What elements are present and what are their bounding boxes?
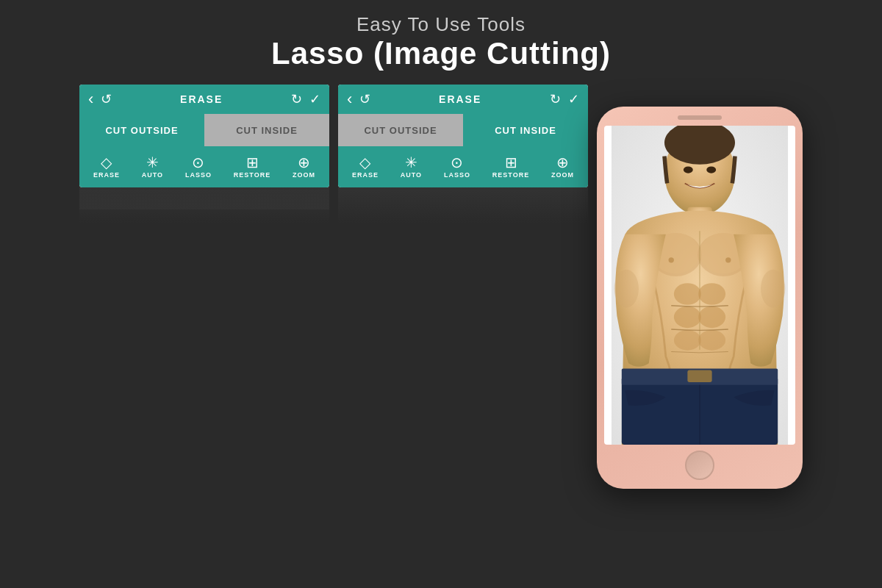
panel1-lasso-tool[interactable]: ⊙ LASSO [185, 155, 212, 179]
panel2-cut-inside-btn[interactable]: CUT INSIDE [463, 114, 588, 146]
svg-point-34 [698, 330, 725, 351]
panel2-topbar-left: ‹ ↺ [347, 90, 370, 109]
panel1: ‹ ↺ ERASE ↻ ✓ [79, 85, 329, 187]
erase-icon: ◇ [101, 155, 112, 170]
panel2-reflection [338, 187, 588, 224]
svg-point-32 [698, 306, 725, 329]
panel1-zoom-tool[interactable]: ⊕ ZOOM [293, 155, 315, 179]
panel1-check-icon[interactable]: ✓ [309, 91, 320, 107]
panel1-cut-buttons: CUT OUTSIDE CUT INSIDE [79, 114, 329, 146]
auto-icon: ✳ [146, 155, 159, 170]
phone-home-button[interactable] [685, 451, 714, 480]
header-title: Lasso (Image Cutting) [0, 36, 882, 71]
svg-point-33 [674, 330, 701, 351]
panel2-undo-icon[interactable]: ↺ [359, 91, 370, 107]
panel1-erase-tool[interactable]: ◇ ERASE [93, 155, 120, 179]
main-content: ‹ ↺ ERASE ↻ ✓ [0, 85, 882, 489]
phone-mockup-wrapper [597, 85, 803, 489]
panel2-erase-tool[interactable]: ◇ ERASE [352, 155, 379, 179]
header-subtitle: Easy To Use Tools [0, 13, 882, 36]
panel2-restore-icon: ⊞ [505, 155, 517, 170]
panels-wrapper: ‹ ↺ ERASE ↻ ✓ [79, 85, 588, 224]
panel2-topbar-right: ↻ ✓ [550, 91, 579, 107]
panel1-reflection-inner [79, 187, 329, 209]
panel1-redo-icon[interactable]: ↻ [291, 91, 302, 107]
panel2-auto-tool[interactable]: ✳ AUTO [401, 155, 422, 179]
svg-point-31 [674, 306, 701, 329]
panel1-reflection [79, 187, 329, 224]
restore-icon: ⊞ [246, 155, 259, 170]
panel1-column: ‹ ↺ ERASE ↻ ✓ [79, 85, 329, 224]
phone-mockup [597, 107, 803, 489]
panel2-zoom-icon: ⊕ [556, 155, 569, 170]
svg-point-26 [669, 257, 674, 262]
panel1-undo-icon[interactable]: ↺ [101, 91, 112, 107]
svg-point-40 [761, 270, 785, 308]
panel1-cut-outside-btn[interactable]: CUT OUTSIDE [79, 114, 204, 146]
panel2-restore-tool[interactable]: ⊞ RESTORE [492, 155, 529, 179]
panel2-toolbar: ◇ ERASE ✳ AUTO ⊙ LASSO ⊞ RESTORE [338, 146, 588, 187]
svg-rect-37 [687, 370, 711, 382]
panel1-topbar-label: ERASE [180, 93, 223, 105]
panel2-lasso-tool[interactable]: ⊙ LASSO [444, 155, 470, 179]
panel2-cut-outside-btn[interactable]: CUT OUTSIDE [338, 114, 463, 146]
panel2-auto-icon: ✳ [405, 155, 417, 170]
panel1-topbar-left: ‹ ↺ [88, 90, 112, 109]
man-torso-image [604, 126, 795, 445]
header: Easy To Use Tools Lasso (Image Cutting) [0, 0, 882, 79]
panel1-topbar: ‹ ↺ ERASE ↻ ✓ [79, 85, 329, 114]
panel2-lasso-icon: ⊙ [451, 155, 463, 170]
panel1-restore-tool[interactable]: ⊞ RESTORE [234, 155, 270, 179]
panel1-auto-tool[interactable]: ✳ AUTO [142, 155, 163, 179]
panel2-back-icon[interactable]: ‹ [347, 90, 352, 109]
svg-point-20 [706, 166, 716, 173]
panel1-back-icon[interactable]: ‹ [88, 90, 93, 109]
panel1-topbar-right: ↻ ✓ [291, 91, 320, 107]
svg-point-39 [614, 270, 639, 308]
svg-point-30 [698, 283, 725, 305]
panel2-cut-buttons: CUT OUTSIDE CUT INSIDE [338, 114, 588, 146]
panel2-check-icon[interactable]: ✓ [568, 91, 579, 107]
lasso-icon: ⊙ [192, 155, 204, 170]
phone-speaker [678, 115, 722, 120]
panel2: ‹ ↺ ERASE ↻ ✓ [338, 85, 588, 187]
panel2-redo-icon[interactable]: ↻ [550, 91, 561, 107]
svg-point-27 [725, 257, 731, 262]
panel1-toolbar: ◇ ERASE ✳ AUTO ⊙ LASSO ⊞ RESTORE [79, 146, 329, 187]
svg-point-19 [684, 166, 693, 173]
panel2-zoom-tool[interactable]: ⊕ ZOOM [551, 155, 574, 179]
panel2-column: ‹ ↺ ERASE ↻ ✓ [338, 85, 588, 224]
zoom-icon: ⊕ [298, 155, 310, 170]
svg-point-29 [674, 283, 701, 305]
panel2-topbar: ‹ ↺ ERASE ↻ ✓ [338, 85, 588, 114]
panel2-erase-icon: ◇ [359, 155, 370, 170]
panel1-cut-inside-btn[interactable]: CUT INSIDE [204, 114, 329, 146]
panel2-topbar-label: ERASE [439, 93, 481, 105]
phone-screen [604, 126, 795, 445]
